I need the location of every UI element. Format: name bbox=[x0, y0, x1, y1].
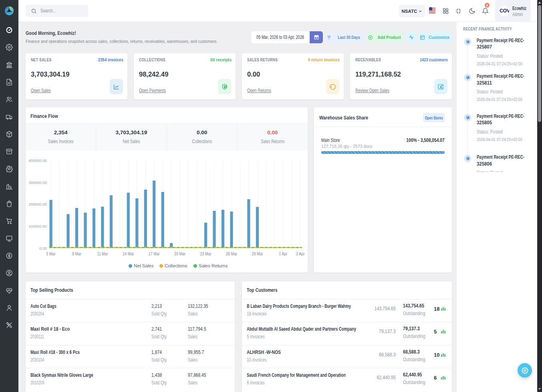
svg-text:3 Apr: 3 Apr bbox=[296, 251, 305, 256]
svg-text:14 Mar: 14 Mar bbox=[123, 251, 134, 256]
svg-text:17 Mar: 17 Mar bbox=[149, 251, 160, 256]
svg-text:26 Mar: 26 Mar bbox=[226, 251, 237, 256]
svg-text:11 Mar: 11 Mar bbox=[97, 251, 108, 256]
svg-text:5 Mar: 5 Mar bbox=[46, 251, 56, 256]
svg-text:100000.00: 100000.00 bbox=[28, 224, 47, 228]
svg-text:400000.00: 400000.00 bbox=[28, 158, 47, 163]
svg-text:0.00: 0.00 bbox=[39, 246, 47, 251]
svg-text:23 Mar: 23 Mar bbox=[200, 251, 212, 256]
svg-text:1 Apr: 1 Apr bbox=[279, 251, 287, 256]
svg-text:200000.00: 200000.00 bbox=[28, 202, 47, 206]
svg-text:20 Mar: 20 Mar bbox=[174, 251, 185, 256]
svg-text:29 Mar: 29 Mar bbox=[252, 251, 263, 256]
svg-text:300000.00: 300000.00 bbox=[28, 180, 47, 185]
svg-text:8 Mar: 8 Mar bbox=[72, 251, 81, 256]
